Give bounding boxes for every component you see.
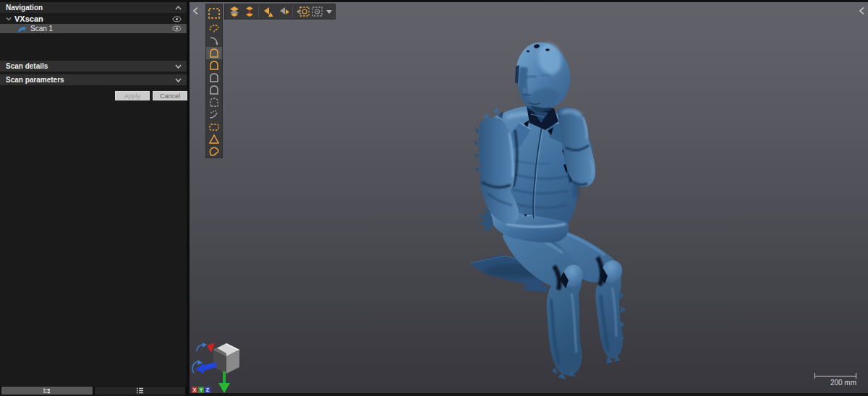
marquee-selection-button[interactable] bbox=[206, 4, 222, 22]
bottom-border bbox=[190, 393, 868, 396]
halfdisc-tool-gray1-button[interactable] bbox=[206, 72, 222, 84]
tree-item-label: Scan 1 bbox=[27, 25, 53, 33]
scan-surface-icon bbox=[17, 22, 27, 35]
tree-item-scan1[interactable]: Scan 1 bbox=[0, 24, 187, 33]
triangle-selection-button[interactable] bbox=[206, 133, 222, 145]
section-label: Scan details bbox=[0, 62, 175, 70]
select-visible-button[interactable] bbox=[294, 5, 310, 18]
section-scan-parameters[interactable]: Scan parameters bbox=[0, 74, 187, 85]
selection-shape-toolbar bbox=[205, 4, 223, 158]
scale-bar-label: 200 mm bbox=[814, 379, 856, 387]
expand-selection-axis-button[interactable] bbox=[242, 5, 257, 18]
collapse-right-panel-icon[interactable] bbox=[859, 5, 864, 18]
expand-selection-button[interactable] bbox=[226, 5, 242, 18]
top-border bbox=[0, 0, 868, 2]
select-through-button[interactable] bbox=[310, 5, 325, 18]
sidebar: Navigation VXscan Scan 1 bbox=[0, 0, 190, 396]
tree-root-vxscan[interactable]: VXscan bbox=[0, 14, 187, 24]
halfdisc-tool-orange-button[interactable] bbox=[206, 59, 222, 72]
chevron-up-icon[interactable] bbox=[175, 6, 182, 10]
chevron-down-icon bbox=[175, 64, 182, 69]
lasso-selection-button[interactable] bbox=[206, 22, 222, 35]
halfdisc-tool-dashed-button[interactable] bbox=[206, 96, 222, 108]
toolbar-dropdown-button[interactable] bbox=[325, 5, 333, 18]
rotate-selection-left-button[interactable] bbox=[260, 5, 276, 18]
list-view-tab[interactable] bbox=[95, 387, 186, 395]
section-scan-details[interactable]: Scan details bbox=[0, 61, 187, 72]
tree-view-icon bbox=[43, 387, 51, 394]
brush-path-button[interactable] bbox=[206, 108, 222, 121]
selection-mode-toolbar bbox=[224, 4, 336, 20]
section-label: Scan parameters bbox=[0, 76, 175, 84]
axis-z-label: Z bbox=[205, 387, 210, 393]
apply-button[interactable]: Apply bbox=[115, 91, 150, 100]
sidebar-bottom-tabs bbox=[0, 386, 187, 395]
viewport-3d[interactable]: X Y Z 200 mm bbox=[190, 0, 868, 396]
visibility-eye-icon[interactable] bbox=[172, 16, 182, 22]
scale-bar: 200 mm bbox=[814, 371, 856, 387]
cancel-button[interactable]: Cancel bbox=[153, 91, 187, 100]
axis-y-label: Y bbox=[198, 387, 204, 393]
axis-labels: X Y Z bbox=[192, 387, 210, 393]
collapse-left-panel-icon[interactable] bbox=[192, 5, 198, 18]
chevron-down-icon bbox=[175, 78, 182, 82]
chevron-down-icon[interactable] bbox=[6, 17, 12, 21]
axis-x-label: X bbox=[192, 387, 197, 393]
navigation-header[interactable]: Navigation bbox=[0, 2, 187, 13]
visibility-eye-icon[interactable] bbox=[172, 25, 182, 32]
spline-selection-button[interactable] bbox=[206, 35, 222, 47]
freeform-selection-button[interactable] bbox=[206, 145, 222, 158]
list-view-icon bbox=[136, 387, 144, 394]
halfdisc-tool-active-button[interactable] bbox=[206, 47, 222, 59]
navigation-title: Navigation bbox=[0, 4, 175, 12]
halfdisc-tool-gray2-button[interactable] bbox=[206, 84, 222, 96]
tree-view-tab[interactable] bbox=[1, 387, 93, 395]
dashed-rect-small-button[interactable] bbox=[206, 121, 222, 133]
rotate-selection-right-button[interactable] bbox=[276, 5, 291, 18]
scan-model-mesh[interactable] bbox=[190, 0, 868, 396]
